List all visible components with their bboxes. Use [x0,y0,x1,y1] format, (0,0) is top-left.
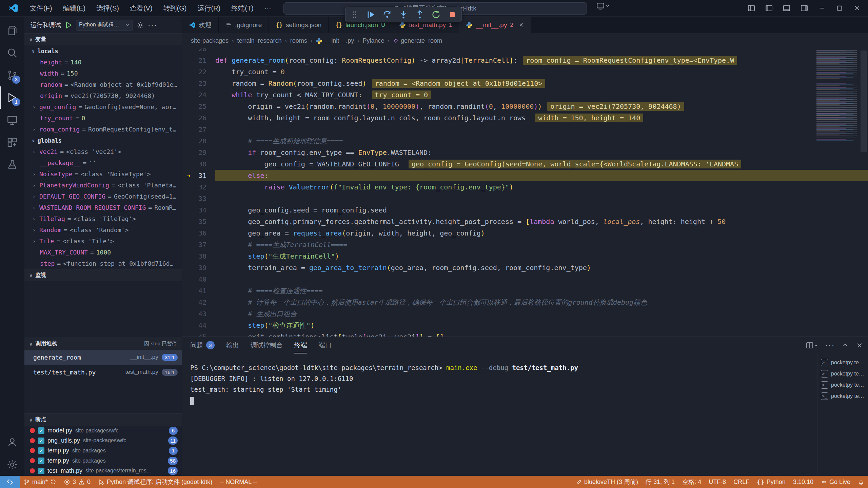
panel-tab-输出[interactable]: 输出 [226,337,239,353]
minimap[interactable] [816,50,859,141]
variable-row[interactable]: ›Tile=<class 'Tile'> [24,236,182,247]
toggle-secondary-sidebar-icon[interactable] [797,1,812,15]
code-line[interactable]: 34 geo_config.seed = room_config.seed [182,204,868,216]
code-line[interactable]: 37 # ====生成TerrainCell==== [182,239,868,250]
debug-status[interactable]: Python 调试程序: 启动文件 (godot-ldtk) [94,476,216,488]
variable-row[interactable]: ›room_config=RoomRequestConfig(env_t… [24,124,182,135]
python-version[interactable]: 3.10.10 [789,476,817,488]
breadcrumb-item[interactable]: Pylance [363,37,384,44]
remote-indicator[interactable] [0,476,20,488]
debug-stop-button[interactable] [447,9,458,20]
code-line[interactable]: 39 terrain_area = geo_area_to_terrain(ge… [182,262,868,273]
menu-item[interactable]: ··· [260,2,276,14]
breakpoint-row[interactable]: ✓model.pysite-packages\wfc6 [24,426,182,436]
variable-row[interactable]: MAX_TRY_COUNT=1000 [24,247,182,258]
activitybar-remote-explorer[interactable] [0,109,24,131]
breakpoint-row[interactable]: ✓png_utils.pysite-packages\wfc11 [24,436,182,446]
activitybar-source-control[interactable]: 3 [0,64,24,86]
activitybar-settings[interactable] [0,453,24,476]
debug-restart-button[interactable] [430,9,442,20]
language-mode[interactable]: {} Python [753,476,789,488]
panel-tab-端口[interactable]: 端口 [319,337,332,353]
breadcrumb-item[interactable]: __init__.py [316,37,354,44]
activitybar-run-debug[interactable]: 1 [0,86,24,109]
panel-more-actions-icon[interactable]: ··· [825,341,835,350]
panel-maximize-icon[interactable] [842,342,849,349]
code-line[interactable]: 40 [182,273,868,285]
debug-step-over-button[interactable] [381,9,393,20]
variable-row[interactable]: ›DEFAULT_GEO_CONFIG=GeoConfig(seed=1… [24,191,182,202]
tab--gdignore[interactable]: .gdignore [219,17,269,33]
sidebar-more-actions-icon[interactable]: ··· [148,21,157,29]
breakpoint-checkbox[interactable]: ✓ [38,438,44,444]
code-line[interactable]: 28 # ====生成初始地理信息==== [182,135,868,147]
code-line[interactable]: 44 step("检查连通性") [182,320,868,331]
code-line[interactable]: 42 # 计算每一个出口的中心，然后使用astar生成路径，确保每一个出口组合都… [182,297,868,308]
code-line[interactable]: 36 geo_area = request_area(origin, width… [182,227,868,239]
code-line[interactable]: 25 origin = vec2i(random.randint(0, 1000… [182,101,868,112]
variable-row[interactable]: width=150 [24,68,182,79]
indentation-status[interactable]: 空格: 4 [678,476,705,488]
activitybar-search[interactable] [0,42,24,64]
menu-item[interactable]: 文件(F) [25,2,57,15]
debug-step-out-button[interactable] [414,9,426,20]
code-editor[interactable]: 2021def generate_room(room_config: RoomR… [182,48,868,337]
toolbar-drag-grip[interactable] [349,9,360,20]
variable-row[interactable]: ›vec2i=<class 'vec2i'> [24,146,182,157]
debug-settings-gear-icon[interactable] [136,21,144,29]
code-line[interactable]: ➜31 else: [182,170,868,181]
start-debug-icon[interactable] [64,21,73,29]
go-live-button[interactable]: Go Live [817,476,854,488]
variable-row[interactable]: try_count=0 [24,113,182,124]
breakpoint-checkbox[interactable]: ✓ [38,468,44,474]
terminal-profile-item[interactable]: >_pocketpy te… [817,390,868,402]
code-line[interactable]: 35 geo_config.primary_forces.geothermal_… [182,216,868,227]
panel-tab-调试控制台[interactable]: 调试控制台 [251,337,283,353]
variable-row[interactable]: random=<Random object at 0x1bf9d01e… [24,79,182,90]
watch-section-header[interactable]: ∨ 监视 [24,269,182,281]
code-line[interactable]: 30 geo_config = WASTELAND_GEO_CONFIG geo… [182,158,868,170]
panel-tab-问题[interactable]: 问题3 [190,337,215,353]
variable-row[interactable]: step=<function step at 0x1bf8d716d… [24,258,182,269]
menu-item[interactable]: 终端(T) [226,2,258,15]
screencast-button[interactable] [596,1,610,10]
variable-row[interactable]: ›PlanetaryWindConfig=<class 'Planeta… [24,180,182,191]
code-line[interactable]: 20 [182,48,868,55]
activitybar-accounts[interactable] [0,431,24,453]
panel-close-icon[interactable] [856,342,863,349]
breakpoint-row[interactable]: ✓test_math.pysite-packages\terrain_res…1… [24,466,182,476]
callstack-section-header[interactable]: ∨ 调用堆栈 因 step 已暂停 [24,338,182,350]
menu-item[interactable]: 选择(S) [92,2,124,15]
activitybar-extensions[interactable] [0,131,24,154]
activitybar-testing[interactable] [0,154,24,176]
variable-row[interactable]: height=140 [24,57,182,68]
variables-scope-globals[interactable]: ∨globals [24,135,182,146]
code-line[interactable]: 43 # 生成出口组合 [182,308,868,320]
code-line[interactable]: 27 [182,124,868,135]
toggle-panel-icon[interactable] [779,1,794,15]
breakpoint-row[interactable]: ✓temp.pysite-packages58 [24,456,182,466]
code-line[interactable]: 41 # ====检查连通性==== [182,285,868,297]
variable-row[interactable]: ›Random=<class 'Random'> [24,224,182,236]
breakpoint-checkbox[interactable]: ✓ [38,427,44,434]
terminal-profile-item[interactable]: >_pocketpy te… [817,357,868,368]
breakpoint-checkbox[interactable]: ✓ [38,447,44,454]
toggle-sidebar-icon[interactable] [762,1,776,15]
menu-item[interactable]: 编辑(E) [58,2,91,15]
window-minimize-icon[interactable] [814,1,829,15]
debug-continue-button[interactable] [365,9,377,20]
terminal-output[interactable]: PS C:\computer_science\godot-ldtk\site-p… [182,353,817,476]
editor-scrollbar[interactable] [859,48,868,337]
panel-tab-终端[interactable]: 终端 [294,337,307,353]
debug-step-into-button[interactable] [398,9,409,20]
window-close-icon[interactable] [850,1,865,15]
terminal-split-button[interactable] [806,341,818,349]
gitlens-author[interactable]: blueloveTH (3 周前) [572,476,642,488]
menu-item[interactable]: 查看(V) [125,2,157,15]
code-line[interactable]: 45 exit_combinations:list[tuple[vec2i, v… [182,331,868,337]
encoding-status[interactable]: UTF-8 [705,476,730,488]
git-branch-status[interactable]: main* [20,476,60,488]
variable-row[interactable]: ›geo_config=GeoConfig(seed=None, wor… [24,101,182,113]
variable-row[interactable]: ›TileTag=<class 'TileTag'> [24,213,182,224]
tab-close-icon[interactable] [518,22,524,28]
